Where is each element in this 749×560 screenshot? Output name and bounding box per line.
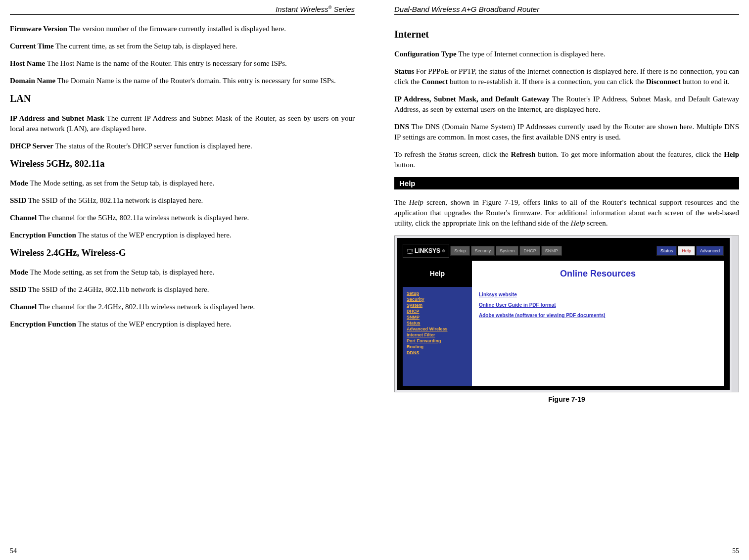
logo-reg-icon: ®: [442, 249, 445, 253]
nav-routing[interactable]: Routing: [407, 344, 468, 349]
status-text-c: button to end it.: [681, 78, 730, 86]
w24-encryption-text: The status of the WEP encryption is disp…: [76, 320, 232, 328]
w24-ssid-term: SSID: [10, 285, 26, 293]
w5-ssid-term: SSID: [10, 196, 26, 204]
w5-ssid-text: The SSID of the 5GHz, 802.11a network is…: [26, 196, 203, 204]
wireless-5ghz-heading: Wireless 5GHz, 802.11a: [10, 158, 355, 169]
host-name-term: Host Name: [10, 59, 45, 67]
link-adobe-website[interactable]: Adobe website (software for viewing PDF …: [479, 313, 717, 318]
help-description-para: The Help screen, shown in Figure 7-19, o…: [394, 197, 739, 229]
w5-channel-para: Channel The channel for the 5GHz, 802.11…: [10, 213, 355, 223]
router-body: Setup Security System DHCP SNMP Status A…: [403, 287, 724, 386]
nav-status[interactable]: Status: [407, 321, 468, 326]
config-type-para: Configuration Type The type of Internet …: [394, 49, 739, 59]
router-topbar: ⬚ LINKSYS® Setup Security System DHCP SN…: [403, 244, 724, 258]
w24-mode-term: Mode: [10, 268, 28, 276]
tab-setup[interactable]: Setup: [450, 246, 470, 256]
refresh-d: button.: [394, 161, 415, 169]
logo-text: LINKSYS: [415, 247, 440, 254]
config-type-text: The type of Internet connection is displ…: [457, 50, 606, 58]
lan-ip-term: IP Address and Subnet Mask: [10, 114, 104, 122]
dns-text: The DNS (Domain Name System) IP Addresse…: [394, 123, 739, 141]
status-term: Status: [394, 67, 414, 75]
firmware-version-term: Firmware Version: [10, 25, 67, 33]
right-page: Dual-Band Wireless A+G Broadband Router …: [374, 0, 749, 560]
left-page-number: 54: [10, 547, 355, 555]
tab-security[interactable]: Security: [471, 246, 495, 256]
config-type-term: Configuration Type: [394, 50, 457, 58]
lan-ip-para: IP Address and Subnet Mask The current I…: [10, 113, 355, 134]
status-para: Status For PPPoE or PPTP, the status of …: [394, 66, 739, 87]
nav-port-forwarding[interactable]: Port Forwarding: [407, 338, 468, 343]
online-resources-area: Online Resources: [472, 261, 724, 287]
w24-ssid-text: The SSID of the 2.4GHz, 802.11b network …: [26, 285, 209, 293]
nav-dhcp[interactable]: DHCP: [407, 309, 468, 314]
w5-channel-text: The channel for the 5GHz, 802.11a wirele…: [37, 214, 249, 222]
current-time-term: Current Time: [10, 42, 54, 50]
help-para-c: screen.: [585, 219, 608, 227]
current-time-text: The current time, as set from the Setup …: [54, 42, 237, 50]
ip-subnet-gateway-para: IP Address, Subnet Mask, and Default Gat…: [394, 94, 739, 115]
wireless-24ghz-heading: Wireless 2.4GHz, Wireless-G: [10, 247, 355, 258]
firmware-version-text: The version number of the firmware curre…: [67, 25, 286, 33]
scrollbar[interactable]: [732, 236, 739, 392]
w24-channel-text: The channel for the 2.4GHz, 802.11b wire…: [37, 303, 255, 311]
w24-encryption-para: Encryption Function The status of the WE…: [10, 319, 355, 329]
current-time-para: Current Time The current time, as set fr…: [10, 41, 355, 51]
dhcp-server-para: DHCP Server The status of the Router's D…: [10, 141, 355, 151]
w5-channel-term: Channel: [10, 214, 37, 222]
dhcp-server-text: The status of the Router's DHCP server f…: [53, 142, 252, 150]
w5-encryption-text: The status of the WEP encryption is disp…: [76, 231, 232, 239]
refresh-status-word: Status: [439, 150, 457, 158]
w24-encryption-term: Encryption Function: [10, 320, 76, 328]
tab-help[interactable]: Help: [678, 246, 695, 256]
refresh-c: button. To get more information about th…: [535, 150, 724, 158]
refresh-para: To refresh the Status screen, click the …: [394, 149, 739, 170]
right-content: Internet Configuration Type The type of …: [394, 24, 739, 547]
help-button-word: Help: [724, 150, 739, 158]
link-linksys-website[interactable]: Linksys website: [479, 292, 717, 297]
refresh-b: screen, click the: [457, 150, 511, 158]
dns-term: DNS: [394, 123, 409, 131]
w5-mode-para: Mode The Mode setting, as set from the S…: [10, 178, 355, 188]
router-sub-header: Help Online Resources: [403, 261, 724, 287]
nav-ddns[interactable]: DDNS: [407, 350, 468, 355]
dns-para: DNS The DNS (Domain Name System) IP Addr…: [394, 122, 739, 142]
tab-advanced[interactable]: Advanced: [696, 246, 724, 256]
connect-word: Connect: [421, 78, 448, 86]
figure-caption: Figure 7-19: [394, 395, 739, 403]
dhcp-server-term: DHCP Server: [10, 142, 53, 150]
tab-system[interactable]: System: [496, 246, 518, 256]
header-text-suffix: Series: [331, 5, 355, 13]
domain-name-term: Domain Name: [10, 77, 55, 85]
right-page-number: 55: [394, 547, 739, 555]
help-title: Help: [403, 261, 472, 287]
header-text-prefix: Instant Wireless: [276, 5, 328, 13]
w5-mode-term: Mode: [10, 179, 28, 187]
firmware-version-para: Firmware Version The version number of t…: [10, 24, 355, 34]
nav-left: Setup Security System DHCP SNMP Status A…: [403, 287, 472, 386]
left-content: Firmware Version The version number of t…: [10, 24, 355, 547]
nav-snmp[interactable]: SNMP: [407, 315, 468, 320]
help-para-help1: Help: [409, 198, 423, 206]
nav-system[interactable]: System: [407, 303, 468, 308]
w5-mode-text: The Mode setting, as set from the Setup …: [28, 179, 215, 187]
help-para-a: The: [394, 198, 409, 206]
linksys-logo: ⬚ LINKSYS®: [403, 244, 449, 258]
nav-advanced-wireless[interactable]: Advanced Wireless: [407, 327, 468, 331]
lan-heading: LAN: [10, 93, 355, 104]
domain-name-text: The Domain Name is the name of the Route…: [55, 77, 336, 85]
nav-security[interactable]: Security: [407, 297, 468, 302]
resources-right: Linksys website Online User Guide in PDF…: [472, 287, 724, 386]
router-screenshot: ⬚ LINKSYS® Setup Security System DHCP SN…: [394, 235, 739, 392]
link-user-guide-pdf[interactable]: Online User Guide in PDF format: [479, 302, 717, 308]
tab-status[interactable]: Status: [656, 246, 677, 256]
router-inner: ⬚ LINKSYS® Setup Security System DHCP SN…: [397, 238, 730, 390]
tab-dhcp[interactable]: DHCP: [519, 246, 540, 256]
nav-internet-filter[interactable]: Internet Filter: [407, 332, 468, 337]
nav-setup[interactable]: Setup: [407, 291, 468, 296]
tab-snmp[interactable]: SNMP: [541, 246, 562, 256]
left-page-header: Instant Wireless® Series: [10, 5, 355, 15]
w24-channel-para: Channel The channel for the 2.4GHz, 802.…: [10, 302, 355, 312]
online-resources-title: Online Resources: [560, 269, 636, 279]
